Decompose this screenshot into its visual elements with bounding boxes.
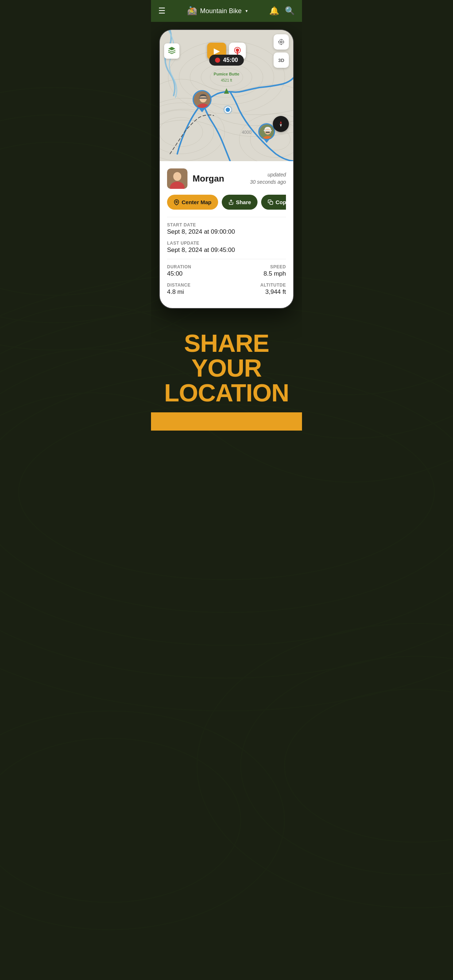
center-map-label: Center Map [182, 199, 212, 205]
share-label: Share [236, 199, 251, 205]
compass-button[interactable] [273, 116, 289, 132]
last-update-section: LAST UPDATE Sept 8, 2024 at 09:45:00 [167, 240, 286, 254]
distance-label: DISTANCE [167, 283, 190, 288]
map-avatar-morgan[interactable] [193, 90, 212, 112]
notification-button[interactable]: 🔔 [269, 6, 279, 16]
speed-section: SPEED 8.5 mph [264, 264, 286, 277]
distance-altitude-row: DISTANCE 4.8 mi ALTITUTDE 3,944 ft [167, 283, 286, 296]
activity-selector[interactable]: 🚵 Mountain Bike ▾ [187, 6, 247, 16]
recording-dot [215, 57, 220, 63]
svg-rect-42 [264, 130, 272, 131]
user-left: Morgan [167, 169, 224, 189]
view-3d-button[interactable]: 3D [274, 52, 289, 68]
user-name: Morgan [193, 173, 224, 184]
user-avatar [167, 169, 187, 189]
layers-button[interactable] [164, 43, 179, 59]
menu-button[interactable]: ☰ [158, 6, 166, 16]
share-icon [228, 199, 234, 205]
avatar-image-morgan [193, 90, 212, 109]
divider [167, 217, 286, 217]
duration-value: 45:00 [167, 270, 191, 277]
duration-section: DURATION 45:00 [167, 264, 191, 277]
svg-marker-33 [280, 121, 282, 124]
activity-label: Mountain Bike [200, 7, 241, 15]
location-icon [174, 199, 179, 205]
svg-text:4000: 4000 [242, 130, 252, 135]
timer-display: 45:00 [223, 57, 238, 64]
share-title-line1: SHARE YOUR [184, 329, 269, 382]
map-avatar-other[interactable] [258, 123, 275, 143]
altitude-label: ALTITUTDE [260, 283, 286, 288]
center-map-button[interactable]: Center Map [167, 195, 218, 210]
update-time: 30 seconds ago [250, 179, 286, 186]
last-update-label: LAST UPDATE [167, 240, 286, 246]
speed-value: 8.5 mph [264, 270, 286, 277]
svg-point-47 [176, 201, 177, 202]
avatar-image-other [258, 123, 275, 140]
start-date-value: Sept 8, 2024 at 09:00:00 [167, 228, 286, 235]
update-label: updated [250, 171, 286, 179]
copy-icon [268, 199, 273, 205]
svg-point-31 [281, 41, 282, 43]
svg-rect-43 [266, 132, 270, 133]
avatar-pointer-other [264, 140, 269, 143]
start-date-label: START DATE [167, 223, 286, 228]
gps-button[interactable] [274, 34, 289, 49]
divider-2 [167, 259, 286, 259]
svg-point-45 [173, 172, 181, 181]
last-update-value: Sept 8, 2024 at 09:45:00 [167, 247, 286, 254]
speed-label: SPEED [264, 264, 286, 269]
search-button[interactable]: 🔍 [285, 6, 295, 16]
duration-label: DURATION [167, 264, 191, 269]
dropdown-arrow-icon: ▾ [246, 8, 248, 13]
svg-text:Pumice Butte: Pumice Butte [214, 72, 239, 76]
update-info: updated 30 seconds ago [250, 171, 286, 186]
svg-text:4521 ft: 4521 ft [221, 78, 232, 83]
distance-value: 4.8 mi [167, 288, 190, 296]
current-location-marker [225, 107, 231, 113]
avatar-pointer [199, 109, 205, 112]
start-date-section: START DATE Sept 8, 2024 at 09:00:00 [167, 223, 286, 235]
timer-badge: 45:00 [209, 55, 244, 65]
svg-point-32 [279, 40, 283, 44]
bottom-section: SHARE YOUR LOCATION [151, 316, 302, 412]
info-card: Morgan updated 30 seconds ago Center Map [160, 161, 293, 308]
map-view-controls: 3D [274, 34, 289, 68]
duration-speed-row: DURATION 45:00 SPEED 8.5 mph [167, 264, 286, 277]
action-buttons: Center Map Share Copy Loc [167, 195, 286, 210]
phone-frame: Pumice Butte 4521 ft 4000 ▶ [159, 29, 294, 309]
copy-label: Copy Loc [275, 199, 286, 205]
share-title-line2: LOCATION [164, 379, 289, 407]
app-header: ☰ 🚵 Mountain Bike ▾ 🔔 🔍 [151, 0, 302, 22]
copy-location-button[interactable]: Copy Loc [261, 195, 286, 210]
svg-rect-38 [199, 97, 207, 99]
svg-marker-34 [280, 124, 282, 127]
map-view[interactable]: Pumice Butte 4521 ft 4000 ▶ [160, 30, 293, 161]
altitude-value: 3,944 ft [260, 288, 286, 296]
distance-section: DISTANCE 4.8 mi [167, 283, 190, 296]
share-title: SHARE YOUR LOCATION [158, 331, 295, 405]
altitude-section: ALTITUTDE 3,944 ft [260, 283, 286, 296]
bottom-bar [151, 412, 302, 431]
user-info-row: Morgan updated 30 seconds ago [167, 169, 286, 189]
svg-rect-49 [270, 202, 273, 205]
bike-icon: 🚵 [187, 6, 197, 16]
3d-label: 3D [278, 57, 284, 63]
share-button[interactable]: Share [222, 195, 258, 210]
location-dot [225, 107, 231, 113]
